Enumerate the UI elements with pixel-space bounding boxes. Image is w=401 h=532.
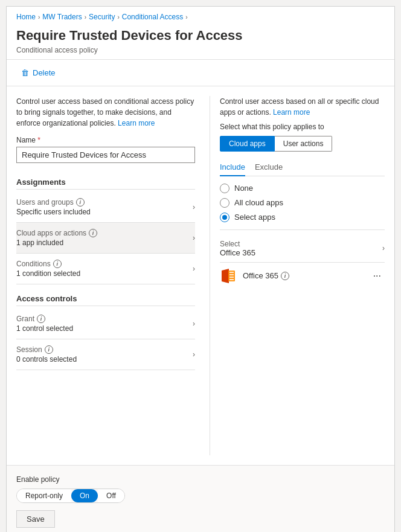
footer: Enable policy Report-only On Off Save xyxy=(7,465,394,532)
app-info-icon[interactable]: i xyxy=(281,272,289,280)
page-title: Require Trusted Devices for Access xyxy=(16,27,385,45)
breadcrumb-security[interactable]: Security xyxy=(89,13,115,21)
cloud-apps-value: 1 app included xyxy=(16,239,97,247)
breadcrumb-sep-4: › xyxy=(185,14,187,21)
grant-value: 1 control selected xyxy=(16,324,73,333)
grant-info-icon[interactable]: i xyxy=(37,315,45,323)
delete-label: Delete xyxy=(33,68,56,77)
breadcrumb-sep-3: › xyxy=(117,14,119,21)
trash-icon: 🗑 xyxy=(21,68,29,77)
grant-chevron: › xyxy=(193,319,195,328)
svg-rect-3 xyxy=(229,274,234,275)
office365-app-item: Office 365 i ··· xyxy=(220,263,385,289)
breadcrumb-mwtraders[interactable]: MW Traders xyxy=(42,13,82,21)
enable-policy-label: Enable policy xyxy=(16,475,385,484)
page-header: Require Trusted Devices for Access Condi… xyxy=(7,25,394,60)
required-indicator: * xyxy=(37,136,40,144)
select-group: Select Office 365 xyxy=(220,240,255,257)
breadcrumb: Home › MW Traders › Security › Condition… xyxy=(7,7,394,25)
grant-item[interactable]: Grant i 1 control selected › xyxy=(16,309,195,339)
cloud-apps-label: Cloud apps or actions xyxy=(16,229,86,237)
tab-exclude[interactable]: Exclude xyxy=(255,159,283,176)
toggle-report-only[interactable]: Report-only xyxy=(17,489,71,502)
app-ellipsis-button[interactable]: ··· xyxy=(370,269,385,283)
session-chevron: › xyxy=(193,350,195,359)
session-value: 0 controls selected xyxy=(16,355,77,364)
select-row[interactable]: Select Office 365 › xyxy=(220,235,385,263)
policy-type-switcher: Cloud apps User actions xyxy=(220,136,385,152)
svg-rect-2 xyxy=(229,272,234,273)
left-description: Control user access based on conditional… xyxy=(16,96,195,129)
conditions-chevron: › xyxy=(193,264,195,273)
learn-more-link-left[interactable]: Learn more xyxy=(118,119,155,127)
session-info-icon[interactable]: i xyxy=(45,345,53,354)
page-subtitle: Conditional access policy xyxy=(16,46,385,54)
delete-button[interactable]: 🗑 Delete xyxy=(16,66,60,80)
right-description: Control user access based on all or spec… xyxy=(220,96,385,118)
save-button[interactable]: Save xyxy=(16,510,55,528)
breadcrumb-sep-1: › xyxy=(38,14,40,21)
breadcrumb-conditional-access[interactable]: Conditional Access xyxy=(122,13,183,21)
conditions-item[interactable]: Conditions i 1 condition selected › xyxy=(16,254,195,284)
include-exclude-tabs: Include Exclude xyxy=(220,159,385,176)
radio-all-circle xyxy=(220,198,229,208)
name-field-label: Name * xyxy=(16,136,195,144)
users-groups-item[interactable]: Users and groups i Specific users includ… xyxy=(16,192,195,223)
conditions-info-icon[interactable]: i xyxy=(53,260,62,268)
users-groups-label: Users and groups xyxy=(16,198,74,207)
users-groups-chevron: › xyxy=(193,203,195,211)
svg-rect-4 xyxy=(229,277,234,278)
radio-select-circle xyxy=(220,213,229,222)
radio-select-label: Select apps xyxy=(234,213,275,222)
conditions-label: Conditions xyxy=(16,260,51,268)
radio-none[interactable]: None xyxy=(220,184,385,193)
office365-icon xyxy=(220,268,237,284)
page-container: Home › MW Traders › Security › Condition… xyxy=(6,6,395,532)
right-panel: Control user access based on all or spec… xyxy=(210,96,385,455)
select-value: Office 365 xyxy=(220,248,255,257)
users-groups-value: Specific users included xyxy=(16,208,91,216)
cloud-app-radio-group: None All cloud apps Select apps xyxy=(220,184,385,222)
session-label: Session xyxy=(16,345,42,354)
radio-all-label: All cloud apps xyxy=(234,198,283,207)
radio-all-cloud-apps[interactable]: All cloud apps xyxy=(220,198,385,208)
radio-none-label: None xyxy=(234,184,253,193)
breadcrumb-sep-2: › xyxy=(85,14,86,21)
conditions-value: 1 condition selected xyxy=(16,269,80,278)
tab-user-actions[interactable]: User actions xyxy=(275,136,333,152)
select-chevron: › xyxy=(382,244,385,252)
enable-policy-toggle: Report-only On Off xyxy=(16,489,125,503)
cloud-apps-item[interactable]: Cloud apps or actions i 1 app included › xyxy=(16,223,195,254)
svg-rect-5 xyxy=(229,279,234,280)
radio-none-circle xyxy=(220,184,229,193)
app-name-text: Office 365 xyxy=(243,271,278,280)
applies-label: Select what this policy applies to xyxy=(220,123,385,131)
tab-cloud-apps[interactable]: Cloud apps xyxy=(220,136,275,152)
users-groups-info-icon[interactable]: i xyxy=(76,198,85,207)
grant-label: Grant xyxy=(16,315,34,323)
policy-name-input[interactable] xyxy=(16,147,195,163)
radio-select-apps[interactable]: Select apps xyxy=(220,213,385,222)
cloud-apps-info-icon[interactable]: i xyxy=(89,229,97,237)
assignments-title: Assignments xyxy=(16,178,195,190)
learn-more-link-right[interactable]: Learn more xyxy=(273,108,310,117)
breadcrumb-home[interactable]: Home xyxy=(16,13,36,21)
left-panel: Control user access based on conditional… xyxy=(16,96,210,455)
main-content: Control user access based on conditional… xyxy=(7,86,394,465)
access-controls-title: Access controls xyxy=(16,294,195,306)
toolbar: 🗑 Delete xyxy=(7,60,394,86)
toggle-on[interactable]: On xyxy=(71,489,98,502)
tab-include[interactable]: Include xyxy=(220,159,245,176)
divider xyxy=(220,229,385,230)
toggle-off[interactable]: Off xyxy=(98,489,124,502)
select-label: Select xyxy=(220,240,255,248)
cloud-apps-chevron: › xyxy=(193,234,195,242)
session-item[interactable]: Session i 0 controls selected › xyxy=(16,339,195,370)
